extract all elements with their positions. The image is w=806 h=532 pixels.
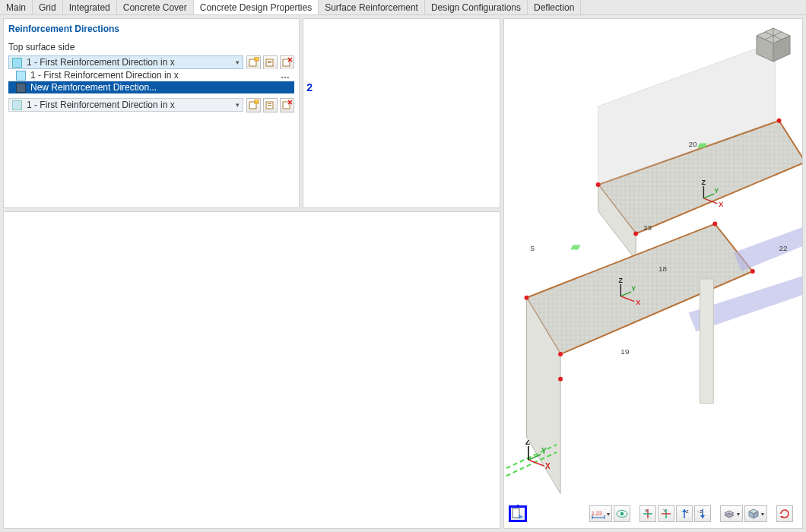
svg-text:19: 19 <box>620 347 630 356</box>
dropdown-direction-top-label: 1 - First Reinforcement Direction in x <box>27 57 175 68</box>
panel-blank-top <box>303 18 500 208</box>
svg-text:Z: Z <box>686 509 689 514</box>
open-library-button-2[interactable] <box>263 98 278 112</box>
svg-point-32 <box>750 269 755 274</box>
svg-text:X: X <box>719 201 723 208</box>
svg-rect-11 <box>268 103 271 104</box>
viewport-toolbar: 1.23 ▾ X Y Z -Z ▾ ▾ <box>504 505 802 522</box>
svg-marker-73 <box>519 515 523 519</box>
color-swatch-icon <box>16 83 26 93</box>
new-direction-button-2[interactable] <box>246 98 261 112</box>
tab-main[interactable]: Main <box>0 0 33 14</box>
delete-direction-button-2[interactable] <box>280 98 294 112</box>
svg-marker-90 <box>700 515 705 518</box>
panel-blank-bottom <box>3 211 500 529</box>
dropdown-item-existing-label: 1 - First Reinforcement Direction in x <box>30 70 179 81</box>
svg-text:5: 5 <box>530 244 535 252</box>
dropdown-item-new[interactable]: New Reinforcement Direction... <box>8 81 294 93</box>
svg-rect-12 <box>268 105 271 106</box>
chevron-down-icon: ▾ <box>607 511 610 518</box>
svg-text:Z: Z <box>700 509 703 514</box>
svg-text:22: 22 <box>779 244 789 252</box>
color-swatch-icon <box>12 58 22 68</box>
left-top-row: Reinforcement Directions Top surface sid… <box>3 18 500 208</box>
main-layout: Reinforcement Directions Top surface sid… <box>0 15 806 532</box>
svg-point-27 <box>633 231 638 236</box>
view-negz-button[interactable]: -Z <box>694 505 711 522</box>
tab-concrete-cover[interactable]: Concrete Cover <box>117 0 194 14</box>
svg-text:X: X <box>645 508 648 513</box>
dropdown-item-existing[interactable]: 1 - First Reinforcement Direction in x … <box>8 69 294 81</box>
view-y-button[interactable]: Y <box>658 505 674 522</box>
svg-text:Y: Y <box>714 187 719 195</box>
svg-text:-: - <box>697 509 699 514</box>
dropdown-direction-top[interactable]: 1 - First Reinforcement Direction in x ▾ <box>8 55 243 69</box>
chevron-down-icon: ▾ <box>737 511 740 518</box>
svg-rect-4 <box>268 62 271 63</box>
svg-point-79 <box>620 512 624 515</box>
svg-marker-20 <box>526 224 752 354</box>
svg-point-31 <box>558 352 563 356</box>
view-z-button[interactable]: Z <box>676 505 693 522</box>
svg-point-29 <box>525 296 529 300</box>
tab-bar: Main Grid Integrated Concrete Cover Conc… <box>0 0 806 15</box>
panel-reinforcement-directions: Reinforcement Directions Top surface sid… <box>3 18 300 208</box>
left-column: Reinforcement Directions Top surface sid… <box>3 18 500 529</box>
layer-view-button[interactable]: ▾ <box>720 505 743 522</box>
svg-rect-72 <box>512 508 519 518</box>
subheader-top-surface: Top surface side <box>8 42 294 52</box>
svg-rect-1 <box>255 57 259 61</box>
color-swatch-icon <box>16 71 26 81</box>
reset-view-button[interactable] <box>776 505 793 522</box>
tab-deflection[interactable]: Deflection <box>528 0 581 14</box>
view-x-button[interactable]: X <box>639 505 656 522</box>
svg-text:Z: Z <box>701 179 706 186</box>
svg-text:18: 18 <box>658 264 668 273</box>
chevron-down-icon: ▾ <box>761 511 764 518</box>
dropdown-list-open: 1 - First Reinforcement Direction in x …… <box>8 69 294 93</box>
new-direction-button[interactable] <box>246 55 261 70</box>
svg-rect-3 <box>268 61 271 62</box>
svg-text:X: X <box>636 299 640 306</box>
dropdown-item-new-label: New Reinforcement Direction... <box>30 82 157 93</box>
svg-rect-24 <box>700 279 713 404</box>
chevron-down-icon: ▾ <box>236 101 240 109</box>
svg-point-30 <box>712 222 717 226</box>
viewport-3d[interactable]: 20 23 5 22 18 19 X Y Z X Y Z X <box>503 18 803 529</box>
dropdown-direction-bottom-label: 1 - First Reinforcement Direction in x <box>27 100 175 110</box>
svg-text:Y: Y <box>631 285 636 293</box>
svg-point-25 <box>596 182 601 187</box>
dropdown-direction-bottom[interactable]: 1 - First Reinforcement Direction in x ▾ <box>8 98 243 112</box>
iso-view-button[interactable]: ▾ <box>744 505 767 522</box>
view-resource-button[interactable] <box>509 505 527 522</box>
tab-concrete-design-properties[interactable]: Concrete Design Properties <box>194 0 319 14</box>
panel-title: Reinforcement Directions <box>8 24 294 34</box>
color-swatch-icon <box>12 100 22 110</box>
visibility-button[interactable] <box>614 505 630 522</box>
svg-text:Z: Z <box>618 277 623 284</box>
nav-cube[interactable] <box>754 25 793 65</box>
svg-text:Y: Y <box>663 508 666 513</box>
tab-surface-reinforcement[interactable]: Surface Reinforcement <box>319 0 425 14</box>
svg-point-33 <box>558 377 563 382</box>
open-library-button[interactable] <box>263 55 278 70</box>
tab-grid[interactable]: Grid <box>33 0 63 14</box>
tab-design-configurations[interactable]: Design Configurations <box>425 0 528 14</box>
scene-svg: 20 23 5 22 18 19 X Y Z X Y Z <box>504 19 802 528</box>
svg-rect-37 <box>570 245 580 249</box>
svg-text:20: 20 <box>689 140 698 148</box>
annotation-2: 2 <box>306 81 313 93</box>
delete-direction-button[interactable] <box>280 55 294 70</box>
svg-rect-9 <box>255 100 259 103</box>
svg-text:1.23: 1.23 <box>592 511 602 516</box>
svg-point-26 <box>777 119 782 123</box>
ellipsis-icon[interactable]: … <box>281 70 294 81</box>
dimension-button[interactable]: 1.23 ▾ <box>589 505 612 522</box>
svg-text:23: 23 <box>643 223 652 232</box>
svg-marker-22 <box>734 226 802 271</box>
tab-integrated[interactable]: Integrated <box>63 0 117 14</box>
chevron-down-icon: ▾ <box>236 59 240 66</box>
